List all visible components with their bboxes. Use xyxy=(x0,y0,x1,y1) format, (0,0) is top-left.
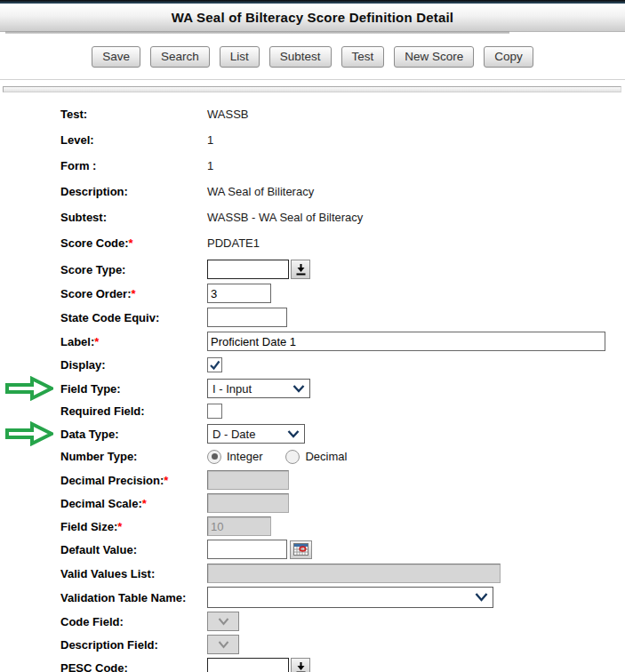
description-field-label: Description Field: xyxy=(60,638,207,652)
down-arrow-underline-icon xyxy=(296,264,306,276)
code-field-select xyxy=(207,612,239,631)
form-label: Form : xyxy=(60,159,207,172)
field-type-selected-value: I - Input xyxy=(212,382,252,396)
required-asterisk: * xyxy=(142,497,147,510)
field-row-field-size: Field Size:* xyxy=(60,516,625,536)
decimal-scale-input xyxy=(207,493,289,513)
field-row-form: Form : 1 xyxy=(60,156,625,175)
score-definition-form: Test: WASSB Level: 1 Form : 1 Descriptio… xyxy=(0,92,625,672)
score-type-label: Score Type: xyxy=(60,263,207,276)
required-asterisk: * xyxy=(129,236,133,250)
display-label: Display: xyxy=(60,358,207,372)
field-row-code-field: Code Field: xyxy=(60,612,625,631)
field-row-display: Display: xyxy=(60,356,625,374)
field-size-label: Field Size:* xyxy=(60,520,207,533)
display-checkbox[interactable] xyxy=(207,357,222,372)
save-button[interactable]: Save xyxy=(92,46,140,68)
search-button[interactable]: Search xyxy=(150,46,210,68)
level-value: 1 xyxy=(207,133,213,147)
valid-values-list-label: Valid Values List: xyxy=(60,567,207,580)
subtest-value: WASSB - WA Seal of Bilteracy xyxy=(207,211,363,224)
field-row-score-code: Score Code:* PDDATE1 xyxy=(60,234,625,252)
field-row-number-type: Number Type: Integer Decimal xyxy=(60,447,625,466)
list-button[interactable]: List xyxy=(220,46,260,68)
field-row-data-type: Data Type: D - Date xyxy=(60,424,625,444)
new-score-button[interactable]: New Score xyxy=(394,46,474,68)
score-type-input[interactable] xyxy=(207,260,289,279)
pesc-code-dropdown-button[interactable] xyxy=(291,658,310,672)
decimal-scale-label: Decimal Scale:* xyxy=(60,497,207,510)
calendar-picker-button[interactable] xyxy=(290,540,312,559)
default-value-label: Default Value: xyxy=(60,543,207,556)
field-row-description: Description: WA Seal of Biliteracy xyxy=(60,182,625,201)
number-type-option-decimal: Decimal xyxy=(285,450,347,464)
required-asterisk: * xyxy=(94,335,99,348)
field-row-validation-table-name: Validation Table Name: xyxy=(60,587,625,608)
chevron-down-icon xyxy=(292,385,305,393)
subtest-button[interactable]: Subtest xyxy=(269,46,332,68)
field-row-field-type: Field Type: I - Input xyxy=(60,379,625,398)
label-input[interactable] xyxy=(207,332,605,351)
score-order-input[interactable] xyxy=(207,284,271,303)
radio-selected-dot xyxy=(212,453,218,460)
code-field-label: Code Field: xyxy=(60,615,207,628)
description-label: Description: xyxy=(60,185,207,198)
state-code-equiv-input[interactable] xyxy=(207,308,287,327)
data-type-selected-value: D - Date xyxy=(212,428,255,441)
field-row-score-type: Score Type: xyxy=(60,260,625,279)
decimal-radio-label: Decimal xyxy=(305,450,347,463)
field-row-label: Label:* xyxy=(60,332,625,351)
test-label: Test: xyxy=(60,108,207,121)
pesc-code-input[interactable] xyxy=(207,658,289,672)
data-type-label: Data Type: xyxy=(60,428,207,441)
validation-table-name-label: Validation Table Name: xyxy=(60,591,207,604)
required-asterisk: * xyxy=(164,474,168,487)
field-row-description-field: Description Field: xyxy=(60,635,625,654)
field-row-subtest: Subtest: WASSB - WA Seal of Bilteracy xyxy=(60,208,625,227)
decimal-precision-label: Decimal Precision:* xyxy=(60,474,207,487)
field-row-level: Level: 1 xyxy=(60,131,625,149)
validation-table-name-select[interactable] xyxy=(207,587,493,608)
title-bar: WA Seal of Bilteracy Score Definition De… xyxy=(0,4,625,32)
data-type-select[interactable]: D - Date xyxy=(207,424,305,444)
field-row-score-order: Score Order:* xyxy=(60,284,625,303)
field-type-select[interactable]: I - Input xyxy=(207,379,310,398)
required-field-checkbox[interactable] xyxy=(207,404,222,419)
field-row-decimal-scale: Decimal Scale:* xyxy=(60,493,625,513)
test-value: WASSB xyxy=(207,108,248,121)
score-type-dropdown-button[interactable] xyxy=(291,260,310,279)
down-arrow-underline-icon xyxy=(296,662,306,672)
integer-radio[interactable] xyxy=(207,450,221,464)
field-row-default-value: Default Value: xyxy=(60,540,625,559)
toolbar: Save Search List Subtest Test New Score … xyxy=(0,46,625,68)
decimal-radio[interactable] xyxy=(285,450,300,464)
score-code-value: PDDATE1 xyxy=(207,236,260,250)
checkmark-icon xyxy=(209,359,220,371)
field-row-test: Test: WASSB xyxy=(60,105,625,124)
number-type-label: Number Type: xyxy=(60,450,207,463)
chevron-down-icon xyxy=(475,593,488,602)
number-type-option-integer: Integer xyxy=(207,450,262,464)
copy-button[interactable]: Copy xyxy=(484,46,533,68)
chevron-down-icon xyxy=(218,641,229,649)
description-value: WA Seal of Biliteracy xyxy=(207,185,314,198)
default-value-input[interactable] xyxy=(207,540,287,559)
required-asterisk: * xyxy=(117,520,122,533)
integer-radio-label: Integer xyxy=(227,450,262,463)
chevron-down-icon xyxy=(218,618,229,626)
state-code-equiv-label: State Code Equiv: xyxy=(60,311,207,324)
number-type-radio-group: Integer Decimal xyxy=(207,450,347,464)
decimal-precision-input xyxy=(207,470,289,490)
label-label: Label:* xyxy=(60,335,207,348)
divider-line xyxy=(0,79,625,80)
score-order-label: Score Order:* xyxy=(60,287,207,300)
required-field-label: Required Field: xyxy=(60,404,207,418)
test-button[interactable]: Test xyxy=(341,46,385,68)
level-label: Level: xyxy=(60,133,207,147)
field-type-label: Field Type: xyxy=(60,382,207,396)
green-arrow-annotation-icon xyxy=(5,421,53,446)
subtest-label: Subtest: xyxy=(60,211,207,224)
field-row-state-code-equiv: State Code Equiv: xyxy=(60,308,625,327)
score-code-label: Score Code:* xyxy=(60,236,207,250)
required-asterisk: * xyxy=(131,287,135,300)
